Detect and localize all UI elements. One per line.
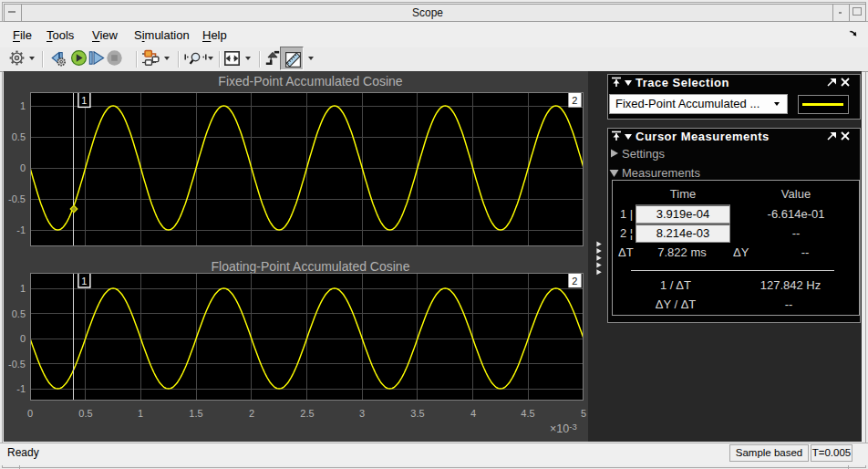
svg-text:1: 1 bbox=[81, 95, 87, 106]
svg-text:2: 2 bbox=[572, 95, 577, 106]
svg-text:1: 1 bbox=[81, 276, 87, 287]
svg-text:2: 2 bbox=[572, 276, 577, 287]
